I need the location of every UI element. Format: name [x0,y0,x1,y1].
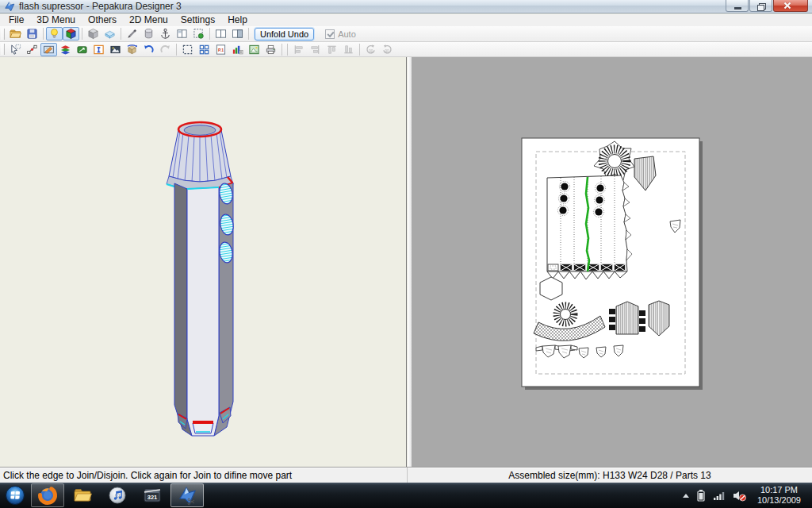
taskbar-itunes[interactable] [101,483,134,507]
firefox-icon [37,485,58,506]
3d-model-flash-suppressor[interactable] [0,57,407,467]
auto-checkbox[interactable] [325,29,335,39]
rotate-box-icon [126,44,138,56]
menu-file[interactable]: File [2,14,30,26]
close-button[interactable] [773,0,808,12]
anchor-tool-button[interactable] [157,27,174,40]
unfold-undo-button[interactable]: Unfold Undo [255,28,314,40]
network-signal-icon[interactable] [713,490,726,501]
undo-icon [143,44,155,56]
measure-icon [76,44,88,56]
taskbar-media-player-classic[interactable]: 321 [136,483,169,507]
arrange-parts-icon [198,44,210,56]
insert-image-button[interactable] [107,43,124,56]
folder-icon [72,485,93,506]
light-toggle-button[interactable] [46,27,63,40]
restore-button[interactable] [749,0,772,12]
export-image-button[interactable] [229,43,246,56]
model-top-cone[interactable] [167,122,233,190]
title-bar[interactable]: flash supressor - Pepakura Designer 3 [0,0,812,13]
toolbar-grip-2[interactable] [2,44,5,55]
page-number-button[interactable]: P.1 [213,43,229,56]
redo-icon [159,44,171,56]
open-folder-icon [10,28,21,40]
print-button[interactable] [262,43,279,56]
color-cube-icon [65,28,77,40]
align-right-button[interactable] [307,43,324,56]
print-preview-icon [248,44,260,56]
textured-view-button[interactable] [63,27,79,40]
save-button[interactable] [24,27,40,40]
zoom-selection-button[interactable] [179,43,196,56]
toolbar-grip[interactable] [2,29,5,40]
anchor-icon [159,28,171,40]
itunes-cd-icon [107,485,128,506]
align-left-button[interactable] [290,43,307,56]
model-vent-holes[interactable] [218,183,235,264]
volume-muted-icon[interactable] [733,490,747,502]
hidden-icons-chevron[interactable] [683,494,689,498]
3d-viewport[interactable] [0,57,407,467]
select-parts-button[interactable] [190,27,207,40]
start-button[interactable] [0,483,30,508]
menu-others[interactable]: Others [82,14,123,26]
edge-select-icon [26,44,38,56]
minimize-button[interactable] [726,0,749,12]
menu-help[interactable]: Help [221,14,254,26]
flat-view-button[interactable] [102,27,118,40]
select-edge-button[interactable] [24,43,40,56]
arrange-parts-button[interactable] [196,43,213,56]
material-colors-button[interactable] [57,43,74,56]
battery-icon[interactable] [696,489,706,502]
align-top-icon [326,44,338,56]
2d-viewport[interactable] [412,57,812,467]
align-top-button[interactable] [324,43,340,56]
toolbar-main: Unfold Undo Auto [0,26,812,42]
cylinder-tool-button[interactable] [140,27,157,40]
menu-2d[interactable]: 2D Menu [123,14,174,26]
measure-tool-button[interactable] [74,43,90,56]
align-left-icon [293,44,304,56]
align-bottom-button[interactable] [340,43,357,56]
insert-text-button[interactable] [90,43,107,56]
window-title: flash supressor - Pepakura Designer 3 [19,1,182,12]
rotate-left-90-button[interactable]: 90 [362,43,379,56]
rotate-box-button[interactable] [124,43,140,56]
open-folder-button[interactable] [7,27,24,40]
status-message: Click the edge to Join/Disjoin. Click ag… [0,468,408,483]
rotate-left-label: 90 [369,48,373,52]
tray-clock[interactable]: 10:17 PM 10/13/2009 [754,483,804,507]
save-icon [26,28,38,40]
work-area [0,57,812,467]
taskbar-firefox[interactable] [31,483,64,507]
edit-pattern-button[interactable] [40,43,57,56]
mpc-321-label: 321 [147,494,158,501]
taskbar-explorer[interactable] [66,483,99,507]
page-number-icon: P.1 [215,44,227,56]
solid-view-button[interactable] [85,27,102,40]
rotate-right-90-button[interactable]: 90 [379,43,396,56]
divided-window-button[interactable] [174,27,190,40]
part-hexagon-base[interactable] [540,277,562,300]
menu-3d[interactable]: 3D Menu [30,14,82,26]
menu-bar: File 3D Menu Others 2D Menu Settings Hel… [0,14,812,26]
menu-settings[interactable]: Settings [174,14,221,26]
print-preview-button[interactable] [246,43,262,56]
canvas-brush-icon [43,44,55,56]
align-bottom-icon [343,44,354,56]
select-object-button[interactable] [7,43,24,56]
right-pane-icon [232,28,243,40]
redo-button[interactable] [157,43,174,56]
printer-icon [265,44,277,56]
two-pane-layout-button[interactable] [213,27,229,40]
part-main-body[interactable] [547,175,632,279]
pen-tool-button[interactable] [124,27,140,40]
right-pane-layout-button[interactable] [229,27,246,40]
undo-button[interactable] [140,43,157,56]
taskbar-pepakura[interactable] [170,483,204,507]
app-icon[interactable] [4,1,15,12]
align-right-icon [309,44,321,56]
auto-checkbox-group: Auto [325,29,356,39]
cursor-icon [10,44,21,56]
windows-taskbar: 321 [0,483,812,508]
